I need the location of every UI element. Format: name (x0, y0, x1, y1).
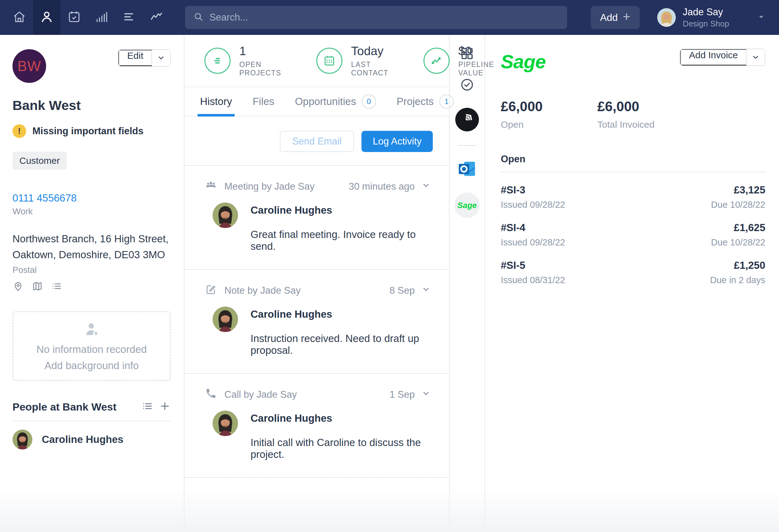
customer-tag[interactable]: Customer (12, 152, 67, 170)
chevron-down-icon[interactable] (422, 181, 430, 192)
user-text: Jade Say Design Shop (683, 7, 729, 29)
invoice-row[interactable]: #SI-4 £1,625 Issued 09/28/22 Due 10/28/2… (501, 222, 765, 248)
list-view-icon[interactable] (51, 281, 62, 293)
entry-person: Caroline Hughes (250, 204, 430, 216)
contact-sidebar: BW Edit Bank West ! Missing important fi… (0, 35, 184, 532)
search-box (185, 6, 567, 29)
transpond-button[interactable] (455, 108, 479, 131)
invoice-amount: £3,125 (734, 184, 765, 196)
integration-strip: Sage (450, 35, 485, 532)
user-name: Jade Say (683, 7, 729, 18)
edit-button[interactable]: Edit (118, 50, 152, 66)
entry-message: Great final meeting. Invoice ready to se… (250, 228, 430, 252)
add-invoice-menu-button[interactable] (746, 49, 765, 65)
entry-time: 1 Sep (390, 389, 415, 400)
nav-pipeline[interactable] (143, 0, 170, 35)
outlook-button[interactable] (457, 159, 477, 180)
meeting-icon (205, 180, 217, 194)
note-icon (205, 283, 217, 298)
tab-label: Projects (397, 95, 434, 108)
entry-person: Caroline Hughes (250, 308, 430, 320)
nav-people[interactable] (33, 0, 60, 35)
address-actions (12, 281, 171, 293)
people-list-icon[interactable] (141, 400, 153, 413)
open-amount: £6,000 (501, 99, 597, 114)
entry-avatar (213, 307, 238, 332)
nav-right: Add + Jade Say Design Shop (591, 6, 779, 29)
sage-panel: Sage Add Invoice £6,000 Open £6,000 Tota… (485, 35, 779, 532)
tab-projects[interactable]: Projects 1 (397, 87, 454, 116)
entry-message: Initial call with Caroline to discuss th… (250, 437, 430, 460)
invoice-row[interactable]: #SI-3 £3,125 Issued 09/28/22 Due 10/28/2… (501, 184, 765, 210)
sage-logo: Sage (501, 51, 546, 73)
person-row-caroline[interactable]: Caroline Hughes (12, 429, 171, 450)
invoice-due: Due 10/28/22 (711, 200, 765, 210)
activity-entry-call: Call by Jade Say 1 Sep Caroline Hughes I… (184, 373, 449, 477)
entry-avatar (213, 410, 238, 436)
tasks-check-button[interactable] (460, 77, 475, 93)
total-invoiced-label: Total Invoiced (597, 119, 654, 130)
grid-icon (460, 46, 475, 62)
people-heading: People at Bank West (12, 401, 117, 413)
tab-files[interactable]: Files (253, 87, 275, 116)
top-nav: Add + Jade Say Design Shop (0, 0, 779, 35)
map-pin-icon[interactable] (12, 281, 24, 293)
entry-avatar (213, 202, 238, 228)
warning-icon: ! (12, 124, 26, 138)
add-person-icon (83, 321, 100, 339)
nav-reports[interactable] (88, 0, 115, 35)
nav-home[interactable] (6, 0, 33, 35)
nav-tasks[interactable] (60, 0, 88, 35)
check-circle-icon (460, 77, 475, 93)
nav-lists[interactable] (115, 0, 143, 35)
nav-items (6, 0, 170, 35)
add-person-button[interactable] (159, 400, 171, 413)
tabs-row: History Files Opportunities 0 Projects 1 (184, 87, 449, 117)
add-button-label: Add (600, 12, 618, 23)
divider (12, 421, 171, 421)
map-icon[interactable] (32, 281, 43, 293)
entry-person: Caroline Hughes (250, 412, 430, 424)
chevron-down-icon[interactable] (422, 389, 430, 400)
apps-grid-button[interactable] (460, 46, 475, 62)
search-input[interactable] (209, 12, 559, 23)
entry-header-text: Meeting by Jade Say (224, 181, 315, 192)
tab-opportunities[interactable]: Opportunities 0 (295, 87, 376, 116)
stat-value: 1 (239, 44, 281, 58)
plus-icon: + (623, 10, 631, 23)
invoice-row[interactable]: #SI-5 £1,250 Issued 08/31/22 Due in 2 da… (501, 259, 765, 285)
chevron-down-icon (757, 12, 766, 23)
invoice-id: #SI-3 (501, 184, 525, 196)
main-panel: 1 OPEN PROJECTS Today LAST CONTACT $0 PI… (184, 35, 450, 532)
tab-history[interactable]: History (200, 87, 232, 116)
phone-link[interactable]: 0111 4556678 (12, 192, 171, 204)
add-button[interactable]: Add + (591, 6, 640, 29)
invoice-due: Due in 2 days (710, 275, 765, 285)
trend-icon (149, 10, 164, 25)
page-title: Bank West (12, 98, 171, 113)
add-background-info-box[interactable]: No information recorded Add background i… (12, 311, 171, 381)
log-activity-button[interactable]: Log Activity (361, 131, 433, 152)
activity-entry-note: Note by Jade Say 8 Sep Caroline Hughes I… (184, 269, 449, 373)
divider (458, 145, 476, 146)
add-invoice-button[interactable]: Add Invoice (680, 49, 746, 65)
missing-fields-warning[interactable]: ! Missing important fields (12, 124, 171, 138)
invoice-issued: Issued 09/28/22 (501, 237, 565, 248)
entry-message: Instruction received. Need to draft up p… (250, 333, 430, 356)
chevron-down-icon[interactable] (422, 285, 430, 296)
sage-panel-button[interactable]: Sage (454, 193, 480, 218)
history-actions: Send Email Log Activity (184, 117, 449, 165)
edit-menu-button[interactable] (152, 50, 170, 66)
projects-list-icon (204, 48, 231, 74)
tab-badge: 0 (362, 94, 376, 109)
trend-icon (423, 48, 450, 74)
address-label: Postal (12, 265, 171, 275)
open-amount-label: Open (501, 119, 597, 130)
user-avatar (657, 8, 676, 27)
activity-list: Meeting by Jade Say 30 minutes ago Carol… (184, 165, 449, 478)
user-menu[interactable]: Jade Say Design Shop (657, 7, 766, 29)
send-email-button[interactable]: Send Email (280, 131, 354, 152)
invoice-due: Due 10/28/22 (711, 237, 765, 248)
entry-time: 30 minutes ago (349, 181, 415, 192)
empty-state-line2: Add background info (45, 360, 139, 372)
